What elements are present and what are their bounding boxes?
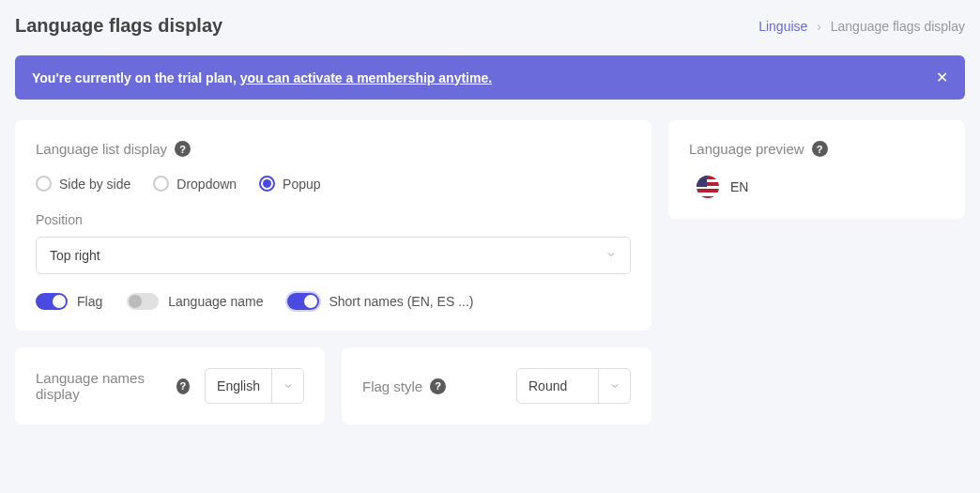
- flag-style-select[interactable]: Round: [516, 368, 631, 404]
- section-title-flag-style: Flag style ?: [362, 378, 446, 394]
- toggle-label: Flag: [77, 294, 102, 309]
- trial-banner: You're currently on the trial plan, you …: [15, 55, 965, 100]
- us-flag-icon: [697, 176, 719, 198]
- toggle-label: Language name: [168, 294, 263, 309]
- section-title-text: Language list display: [36, 141, 167, 157]
- radio-dropdown[interactable]: Dropdown: [153, 176, 237, 192]
- position-select[interactable]: Top right: [36, 237, 631, 274]
- section-title-list-display: Language list display ?: [36, 141, 631, 157]
- names-display-select[interactable]: English: [205, 368, 304, 404]
- select-value: English: [206, 378, 271, 393]
- toggle-short-names: Short names (EN, ES ...): [287, 293, 473, 310]
- section-title-text: Language names display: [36, 370, 169, 402]
- chevron-down-icon: [271, 369, 303, 403]
- section-title-text: Language preview: [689, 141, 804, 157]
- breadcrumb-link[interactable]: Linguise: [758, 19, 807, 34]
- radio-icon: [259, 176, 275, 192]
- flag-toggle[interactable]: [36, 293, 68, 310]
- language-names-display-card: Language names display ? English: [15, 347, 325, 424]
- position-label: Position: [36, 212, 631, 227]
- banner-activate-link[interactable]: you can activate a membership anytime.: [240, 70, 492, 85]
- display-mode-radios: Side by side Dropdown Popup: [36, 176, 631, 192]
- radio-popup[interactable]: Popup: [259, 176, 320, 192]
- language-preview-card: Language preview ? EN: [668, 120, 965, 219]
- toggle-flag: Flag: [36, 293, 102, 310]
- preview-flag-row: EN: [689, 176, 944, 198]
- breadcrumb-current: Language flags display: [831, 19, 965, 34]
- preview-label: EN: [730, 179, 748, 194]
- radio-label: Popup: [283, 177, 320, 192]
- chevron-down-icon: [605, 248, 617, 263]
- select-value: Top right: [50, 248, 100, 263]
- page-title: Language flags display: [15, 15, 222, 37]
- help-icon[interactable]: ?: [430, 378, 446, 394]
- radio-label: Dropdown: [176, 177, 237, 192]
- help-icon[interactable]: ?: [812, 141, 828, 157]
- toggle-label: Short names (EN, ES ...): [329, 294, 473, 309]
- close-icon[interactable]: ✕: [936, 69, 948, 86]
- language-name-toggle[interactable]: [127, 293, 159, 310]
- section-title-names-display: Language names display ?: [36, 370, 190, 402]
- breadcrumb: Linguise › Language flags display: [758, 19, 965, 34]
- toggle-language-name: Language name: [127, 293, 263, 310]
- banner-text: You're currently on the trial plan, you …: [32, 70, 492, 85]
- section-title-preview: Language preview ?: [689, 141, 944, 157]
- radio-side-by-side[interactable]: Side by side: [36, 176, 130, 192]
- radio-icon: [36, 176, 52, 192]
- toggle-row: Flag Language name Short names (EN, ES .…: [36, 293, 631, 310]
- banner-prefix: You're currently on the trial plan,: [32, 70, 240, 85]
- radio-icon: [153, 176, 169, 192]
- chevron-right-icon: ›: [817, 19, 821, 34]
- help-icon[interactable]: ?: [176, 378, 190, 394]
- page-header: Language flags display Linguise › Langua…: [15, 15, 965, 37]
- radio-label: Side by side: [59, 177, 130, 192]
- select-value: Round: [517, 378, 598, 393]
- language-list-display-card: Language list display ? Side by side Dro…: [15, 120, 651, 331]
- flag-style-card: Flag style ? Round: [342, 347, 651, 424]
- chevron-down-icon: [598, 369, 630, 403]
- help-icon[interactable]: ?: [175, 141, 191, 157]
- short-names-toggle[interactable]: [287, 293, 319, 310]
- section-title-text: Flag style: [362, 378, 422, 394]
